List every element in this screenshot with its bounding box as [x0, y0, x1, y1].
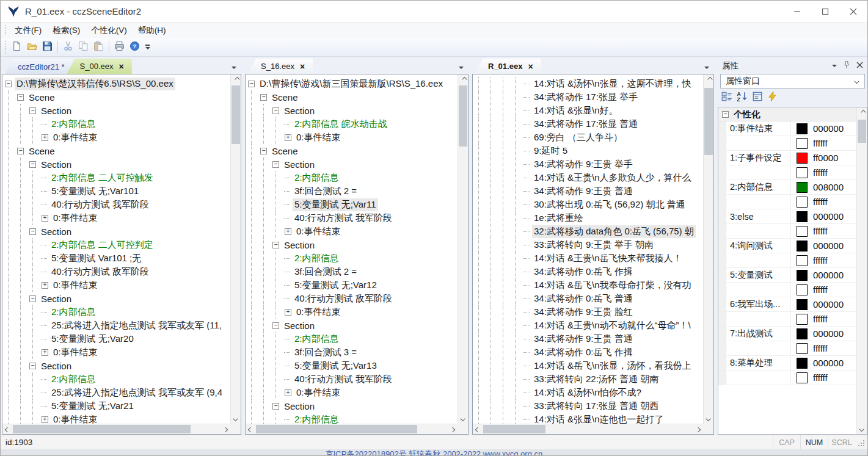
expand-icon[interactable]: + [285, 228, 291, 235]
tree-row[interactable]: −Section [246, 157, 458, 171]
horizontal-scrollbar[interactable] [2, 424, 230, 434]
property-row[interactable]: ffffff [718, 312, 856, 327]
tab-ccz-editor21[interactable]: cczEditor21 * [5, 59, 73, 74]
expand-icon[interactable]: + [42, 416, 48, 423]
color-hex-value[interactable]: ffffff [813, 343, 828, 353]
sort-alphabetical-button[interactable]: AZ [737, 91, 748, 104]
tree-row[interactable]: 40:行动方测试 敌军阶段 [2, 265, 230, 278]
scrollbar-thumb[interactable] [483, 425, 545, 433]
property-row[interactable]: 8:菜单处理000000 [718, 356, 856, 371]
collapse-icon[interactable]: − [272, 242, 279, 248]
color-swatch[interactable] [797, 138, 808, 149]
tab-list-dropdown-icon[interactable] [232, 67, 236, 69]
scroll-right-arrow[interactable] [693, 424, 703, 435]
color-hex-value[interactable]: ffffff [813, 167, 828, 178]
horizontal-scrollbar[interactable] [246, 424, 458, 434]
collapse-icon[interactable]: − [248, 81, 255, 87]
expand-icon[interactable]: + [285, 389, 291, 396]
tree-row[interactable]: 32:武将移动 data角色 0:岳飞 (56,75) 朝 [473, 225, 703, 238]
tree-row[interactable]: 33:武将转向 17:张显 普通 朝西 [473, 399, 703, 413]
color-hex-value[interactable]: ffffff [813, 197, 828, 207]
menu-search[interactable]: 检索(S) [47, 23, 86, 38]
help-button[interactable]: ? [127, 40, 142, 55]
property-row[interactable]: 7:出战测试000000 [718, 327, 856, 341]
tree-row[interactable]: +0:事件结束 [2, 413, 230, 424]
property-row[interactable]: ffffff [718, 371, 856, 385]
tree-row[interactable]: 34:武将动作 0:岳飞 作揖 [473, 265, 703, 278]
tree-row[interactable]: 40:行动方测试 我军阶段 [246, 211, 458, 225]
tree-row[interactable]: −Section [2, 157, 230, 171]
tab-list-dropdown-icon[interactable] [704, 67, 709, 69]
color-swatch[interactable] [797, 270, 808, 281]
collapse-icon[interactable]: − [272, 161, 279, 168]
collapse-icon[interactable]: − [272, 322, 279, 329]
collapse-icon[interactable]: − [5, 81, 12, 87]
copy-button[interactable] [76, 40, 91, 55]
color-hex-value[interactable]: ff0000 [813, 153, 838, 163]
tree-row[interactable]: 30:武将出现 0:岳飞 (56,92) 朝北 普通 [473, 198, 703, 211]
tree-row[interactable]: −Section [246, 104, 458, 117]
property-row[interactable]: 4:询问测试000000 [718, 239, 856, 253]
tree-row[interactable]: 33:武将转向 22:汤怀 普通 朝南 [473, 372, 703, 386]
tab-s16[interactable]: S_16.eex× [248, 59, 313, 74]
tree-row[interactable]: 3f:回合测试 3 = [246, 346, 458, 359]
tree-row[interactable]: +0:事件结束 [2, 278, 230, 292]
tree-row[interactable]: −Scene [246, 144, 458, 157]
scrollbar-thumb[interactable] [459, 85, 467, 147]
property-row[interactable]: 6:我军出场...000000 [718, 297, 856, 312]
tree-row[interactable]: 5:变量测试 无;Var20 [2, 332, 230, 346]
tab-close-icon[interactable]: × [300, 62, 305, 71]
property-row[interactable]: 1:子事件设定ff0000 [718, 151, 856, 165]
tree-row[interactable]: 14:对话 &汤怀\n怕你不成? [473, 386, 703, 399]
tree-row[interactable]: 40:行动方测试 我军阶段 [246, 372, 458, 386]
property-row[interactable]: ffffff [718, 165, 856, 180]
property-row[interactable]: ffffff [718, 341, 856, 356]
menu-help[interactable]: 帮助(H) [133, 23, 172, 38]
scroll-left-arrow[interactable] [246, 424, 255, 435]
scroll-right-arrow[interactable] [448, 424, 458, 435]
tree-row[interactable]: 14:对话 &张显\n连他也一起打了 [473, 413, 703, 424]
collapse-icon[interactable]: − [17, 94, 24, 101]
tree-row[interactable]: 3f:回合测试 2 = [246, 265, 458, 278]
scrollbar-thumb[interactable] [256, 425, 417, 433]
tree-row[interactable]: 2:内部信息 [246, 332, 458, 346]
tree-row[interactable]: 14:对话 &王贵\n岳飞快来帮我揍人！ [473, 252, 703, 265]
tree-row[interactable]: 5:变量测试 无;Var13 [246, 359, 458, 372]
tree-row[interactable]: 5:变量测试 Var101 ;无 [2, 252, 230, 265]
color-hex-value[interactable]: 000000 [813, 123, 844, 134]
tree-row[interactable]: −Section [2, 225, 230, 238]
scroll-down-arrow[interactable] [458, 414, 469, 424]
tree-row[interactable]: 69:旁白 （三人争斗） [473, 131, 703, 144]
scrollbar-thumb[interactable] [858, 120, 866, 143]
tree-row[interactable]: 2:内部信息 [2, 305, 230, 319]
scroll-up-arrow[interactable] [857, 107, 867, 117]
tree-row[interactable]: 5:变量测试 无;Var101 [2, 184, 230, 198]
tree-row[interactable]: −Section [246, 238, 458, 252]
cut-button[interactable] [60, 40, 76, 55]
tree-row[interactable]: 34:武将动作 17:张显 普通 [473, 117, 703, 131]
resize-grip[interactable] [855, 435, 867, 449]
tree-row[interactable]: −D:\曹操传\楚汉韩信传6.5\RS\S_00.eex [2, 77, 230, 90]
tree-row[interactable]: 14:对话 &岳飞\n我奉母命打柴，没有功 [473, 278, 703, 292]
expand-icon[interactable]: + [285, 309, 291, 316]
menu-personalization[interactable]: 个性化(V) [86, 23, 133, 38]
tree-row[interactable]: 5:变量测试 无;Var12 [246, 278, 458, 292]
close-button[interactable] [839, 1, 867, 22]
color-hex-value[interactable]: ffffff [813, 372, 828, 383]
tree-row[interactable]: 34:武将动作 9:王贵 举手 [473, 157, 703, 171]
tree-row[interactable]: 2:内部信息 [246, 171, 458, 184]
color-hex-value[interactable]: 000000 [813, 328, 844, 339]
color-hex-value[interactable]: ffffff [813, 226, 828, 236]
tree-row[interactable]: 9:延时 5 [473, 144, 703, 157]
tree-row[interactable]: −Scene [2, 144, 230, 157]
scrollbar-thumb[interactable] [13, 425, 191, 433]
color-hex-value[interactable]: 000000 [813, 270, 844, 280]
menu-file[interactable]: 文件(F) [9, 23, 47, 38]
collapse-icon[interactable]: − [272, 107, 279, 114]
property-row[interactable]: 5:变量测试000000 [718, 268, 856, 283]
collapse-icon[interactable]: − [29, 228, 36, 235]
categorized-view-button[interactable] [721, 91, 732, 104]
property-row[interactable]: ffffff [718, 283, 856, 297]
color-swatch[interactable] [797, 255, 808, 266]
tree-row[interactable]: 14:对话 &汤怀\n张显，这厮不讲理，快 [473, 77, 703, 90]
